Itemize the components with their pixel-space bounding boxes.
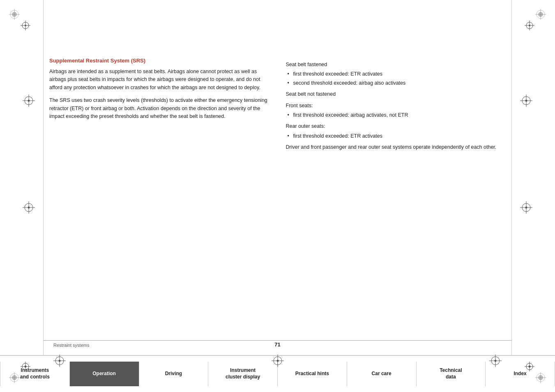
svg-point-19 [28,100,30,102]
svg-point-27 [525,100,527,102]
svg-point-15 [529,25,530,26]
right-border [511,0,512,392]
columns-layout: Supplemental Restraint System (SRS) Airb… [49,58,506,156]
corner-mark-tl [8,8,33,33]
front-seats-heading: Front seats: [286,102,506,110]
svg-point-7 [25,25,26,26]
page-content: Supplemental Restraint System (SRS) Airb… [49,25,506,339]
bullet-item: first threshold exceeded: ETR activates [286,132,506,140]
seat-belt-fastened-list: first threshold exceeded: ETR activates … [286,70,506,87]
rear-outer-seats-heading: Rear outer seats: [286,122,506,130]
left-crosshair-mid [23,201,35,215]
corner-mark-bl [8,359,33,384]
nav-tab-2[interactable]: Driving [139,362,209,386]
rear-seats-list: first threshold exceeded: ETR activates [286,132,506,140]
bullet-item: first threshold exceeded: ETR activates [286,70,506,78]
svg-point-31 [525,207,527,209]
bottom-right-crosshair [489,355,502,368]
svg-point-59 [59,360,61,362]
corner-mark-tr [522,8,547,33]
right-crosshair-top [520,95,532,108]
page-number: 71 [274,341,280,348]
svg-point-23 [28,207,30,209]
page-divider [43,340,512,341]
nav-tab-1[interactable]: Operation [70,362,139,386]
right-crosshair-mid [520,201,532,215]
left-para-1: Airbags are intended as a supplement to … [49,68,269,92]
bottom-center-crosshair [272,355,284,368]
nav-tab-4[interactable]: Practical hints [278,362,347,386]
left-crosshair-top [23,95,35,108]
bullet-item: second threshold exceeded: airbag also a… [286,79,506,87]
svg-point-43 [529,366,531,368]
corner-mark-br [522,359,547,384]
svg-point-35 [25,366,27,368]
section-label: Restraint systems [53,343,89,348]
nav-tab-3[interactable]: Instrument cluster display [208,362,278,386]
seat-belt-fastened-heading: Seat belt fastened [286,61,506,69]
bottom-left-crosshair [53,355,66,368]
section-title: Supplemental Restraint System (SRS) [49,58,269,64]
right-column: Seat belt fastened first threshold excee… [286,58,506,156]
left-para-2: The SRS uses two crash severity levels (… [49,97,269,120]
left-border [43,0,44,392]
svg-point-51 [276,360,279,362]
seat-belt-not-fastened-heading: Seat belt not fastened [286,90,506,98]
front-seats-list: first threshold exceeded: airbag activat… [286,111,506,119]
closing-text: Driver and front passenger and rear oute… [286,143,506,151]
left-column: Supplemental Restraint System (SRS) Airb… [49,58,269,156]
nav-tab-5[interactable]: Car care [347,362,417,386]
bullet-item: first threshold exceeded: airbag activat… [286,111,506,119]
svg-point-55 [495,360,497,362]
nav-tab-6[interactable]: Technical data [417,362,486,386]
